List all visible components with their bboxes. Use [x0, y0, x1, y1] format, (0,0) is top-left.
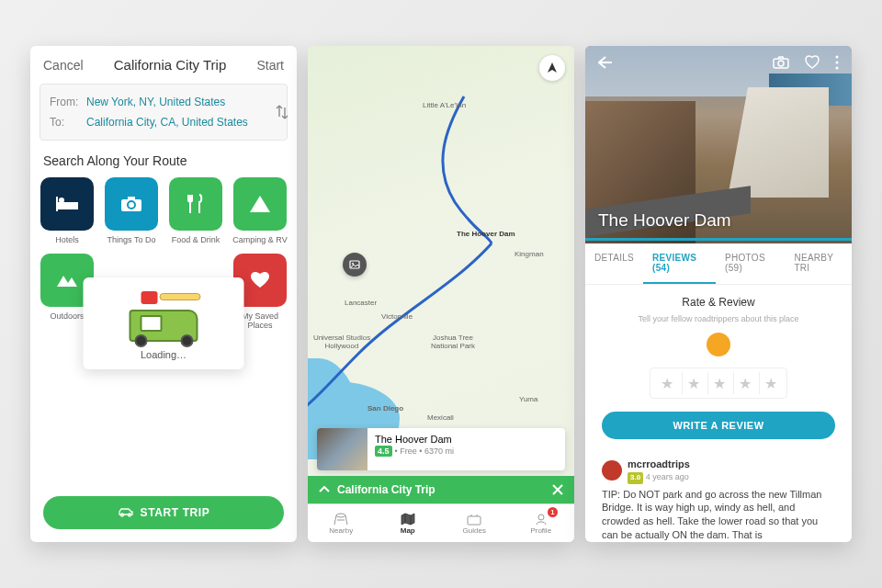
loading-modal: Loading… — [84, 277, 244, 369]
screen-place-detail: The Hoover Dam DETAILS REVIEWS (54) PHOT… — [585, 46, 852, 542]
map-label-mexicali: Mexicali — [427, 413, 454, 422]
compass-button[interactable] — [539, 55, 565, 81]
svg-point-17 — [836, 67, 839, 70]
map-label-joshua[interactable]: Joshua Tree National Park — [425, 334, 481, 350]
category-camping-&-rv[interactable]: Camping & RV — [232, 177, 288, 244]
star-rating-input[interactable]: ★ ★ ★ ★ ★ — [650, 368, 787, 399]
profile-badge: 1 — [548, 507, 558, 517]
screen-map: Little A'Le'Inn The Hoover Dam Lancaster… — [308, 46, 574, 542]
category-label: Things To Do — [107, 235, 156, 244]
poi-thumb — [317, 428, 368, 470]
from-label: From: — [50, 96, 81, 108]
category-label: Hotels — [55, 235, 79, 244]
svg-point-15 — [836, 56, 839, 59]
chevron-up-icon — [319, 486, 330, 493]
poi-title: The Hoover Dam — [375, 434, 454, 445]
trip-bar[interactable]: California City Trip — [308, 476, 574, 503]
tab-profile[interactable]: Profile 1 — [508, 504, 575, 542]
to-label: To: — [50, 116, 81, 129]
star-icon[interactable]: ★ — [682, 372, 704, 394]
write-review-button[interactable]: WRITE A REVIEW — [602, 412, 835, 439]
review-text: TIP: Do NOT park and go across the new T… — [602, 488, 835, 542]
category-label: Food & Drink — [172, 235, 220, 244]
category-hotels[interactable]: Hotels — [40, 177, 95, 244]
star-icon[interactable]: ★ — [759, 372, 781, 394]
map-label-kingman: Kingman — [514, 250, 544, 258]
svg-rect-0 — [56, 202, 78, 209]
more-icon[interactable] — [835, 55, 839, 70]
start-button[interactable]: Start — [256, 58, 284, 73]
bottom-tabbar: Nearby Map Guides Profile 1 — [308, 503, 574, 542]
map-label-hoover[interactable]: The Hoover Dam — [457, 230, 515, 238]
poi-meta: • Free • 6370 mi — [395, 447, 454, 456]
detail-tabs: DETAILS REVIEWS (54) PHOTOS (59) NEARBY … — [585, 243, 852, 285]
route-box: From: New York, NY, United States To: Ca… — [40, 84, 288, 141]
screen-trip-planner: Cancel California City Trip Start From: … — [30, 46, 297, 542]
tab-photos[interactable]: PHOTOS (59) — [716, 243, 785, 284]
rate-subtext: Tell your fellow roadtrippers about this… — [638, 314, 798, 323]
car-icon — [118, 507, 134, 518]
cancel-button[interactable]: Cancel — [43, 58, 84, 73]
svg-point-10 — [336, 514, 345, 517]
tent-icon — [233, 177, 287, 231]
category-things-to-do[interactable]: Things To Do — [104, 177, 159, 244]
trip-title: California City Trip — [114, 57, 227, 73]
start-trip-button[interactable]: START TRIP — [43, 496, 284, 529]
tab-reviews[interactable]: REVIEWS (54) — [643, 243, 716, 284]
poi-card[interactable]: The Hoover Dam 4.5 • Free • 6370 mi — [317, 428, 565, 470]
start-trip-label: START TRIP — [141, 506, 210, 519]
back-icon[interactable] — [598, 56, 613, 69]
close-icon[interactable] — [552, 484, 563, 495]
svg-rect-5 — [128, 197, 135, 200]
heart-icon[interactable] — [804, 55, 820, 70]
place-title: The Hoover Dam — [598, 210, 731, 231]
star-icon[interactable]: ★ — [733, 372, 755, 394]
camera-icon[interactable] — [773, 56, 789, 69]
reviewer-avatar — [602, 460, 622, 481]
search-heading: Search Along Your Route — [30, 141, 297, 177]
map-label-lancaster: Lancaster — [345, 299, 377, 307]
swap-icon[interactable] — [276, 104, 288, 120]
review-time: 4 years ago — [646, 472, 689, 481]
bed-icon — [40, 177, 94, 231]
svg-rect-11 — [468, 516, 481, 525]
svg-point-2 — [59, 198, 64, 203]
photo-poi-button[interactable] — [343, 253, 367, 277]
user-avatar — [707, 333, 730, 356]
tab-map[interactable]: Map — [375, 504, 442, 542]
tab-guides[interactable]: Guides — [441, 504, 508, 542]
map-label-yuma: Yuma — [519, 395, 537, 403]
svg-point-14 — [778, 61, 784, 66]
tab-nearby-trips[interactable]: NEARBY TRI — [785, 243, 852, 284]
category-label: Camping & RV — [232, 235, 287, 244]
svg-point-16 — [836, 62, 839, 64]
star-icon[interactable]: ★ — [656, 372, 678, 394]
category-label: Outdoors — [50, 311, 84, 321]
review-rating: 3.0 — [628, 472, 643, 484]
svg-point-12 — [538, 514, 544, 520]
reviewer-name[interactable]: mcrroadtrips — [628, 458, 690, 471]
map-label-sandiego: San Diego — [368, 404, 403, 413]
map-label-universal[interactable]: Universal Studios Hollywood — [310, 334, 374, 350]
map-label-ale-inn[interactable]: Little A'Le'Inn — [423, 101, 466, 109]
tripbar-title: California City Trip — [337, 483, 435, 496]
svg-rect-1 — [56, 197, 58, 211]
category-food-&-drink[interactable]: Food & Drink — [168, 177, 223, 244]
rate-heading: Rate & Review — [682, 296, 754, 309]
tab-nearby[interactable]: Nearby — [308, 504, 375, 542]
van-illustration — [108, 291, 219, 342]
food-icon — [169, 177, 222, 231]
to-input[interactable]: California City, CA, United States — [86, 116, 248, 129]
tab-details[interactable]: DETAILS — [585, 243, 643, 284]
review-item: mcrroadtrips 3.0 4 years ago TIP: Do NOT… — [585, 450, 852, 542]
map-label-victorville: Victorville — [381, 312, 413, 321]
poi-rating: 4.5 — [375, 446, 392, 457]
hero-image: The Hoover Dam — [585, 46, 852, 243]
from-input[interactable]: New York, NY, United States — [86, 96, 225, 108]
loading-text: Loading… — [141, 349, 187, 360]
camera-icon — [105, 177, 158, 231]
star-icon[interactable]: ★ — [707, 372, 729, 394]
